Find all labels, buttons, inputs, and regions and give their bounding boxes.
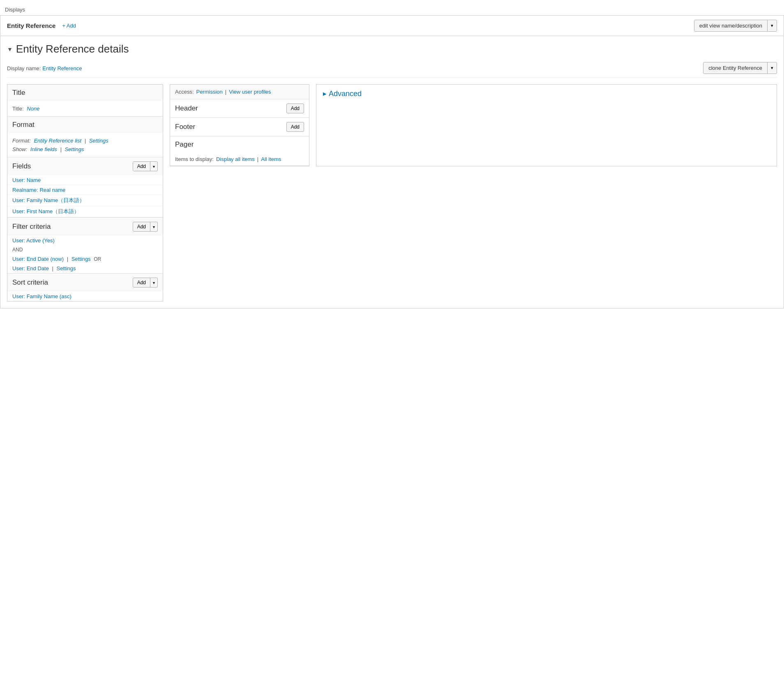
edit-view-name-button[interactable]: edit view name/description [694,20,768,31]
advanced-arrow-icon: ▶ [323,91,326,97]
section-title: Entity Reference details [16,43,129,55]
filter-active[interactable]: User: Active (Yes) [7,236,163,245]
title-section-header: Title [7,85,163,101]
mid-pager-title: Pager [175,140,194,149]
format-separator: | [85,138,86,144]
access-row: Access: Permission | View user profiles [170,85,309,99]
sort-section: Sort criteria Add ▾ User: Family Name (a… [7,274,163,301]
mid-footer-section-header: Footer Add [170,118,309,136]
mid-pager-section-header: Pager [170,136,309,153]
sort-add-dropdown[interactable]: ▾ [150,279,157,287]
view-title: Entity Reference [7,22,55,29]
show-row: Show: Inline fields | Settings [12,145,158,154]
permission-link[interactable]: Permission [196,89,223,95]
filter-add-btn: Add ▾ [133,222,158,232]
left-column: Title Title: None Format [7,84,163,301]
clone-entity-reference-dropdown[interactable]: ▾ [768,63,777,73]
right-column: ▶ Advanced [316,84,777,166]
field-family-name[interactable]: User: Family Name（日本語） [7,195,163,206]
clone-entity-reference-btn: clone Entity Reference ▾ [703,62,777,74]
title-section-title: Title [12,89,25,97]
field-user-name[interactable]: User: Name [7,175,163,185]
sort-family-name-link[interactable]: User: Family Name (asc) [12,293,71,299]
mid-pager-section: Pager Items to display: Display all item… [170,136,309,166]
sort-section-header: Sort criteria Add ▾ [7,274,163,292]
advanced-title: Advanced [329,90,362,98]
filter-or-label: OR [94,256,101,262]
sort-list: User: Family Name (asc) [7,292,163,301]
sort-add-button[interactable]: Add [133,278,150,287]
edit-view-name-btn: edit view name/description ▾ [694,20,777,32]
display-all-items-link[interactable]: Display all items [216,156,255,162]
format-row: Format: Entity Reference list | Settings [12,136,158,145]
section-arrow[interactable]: ▼ [7,46,13,53]
mid-column: Access: Permission | View user profiles … [170,84,309,166]
access-separator: | [225,89,226,95]
clone-entity-reference-button[interactable]: clone Entity Reference [703,62,768,74]
show-settings[interactable]: Settings [65,146,84,152]
pager-separator: | [257,156,258,162]
format-section: Format Format: Entity Reference list | S… [7,117,163,157]
filter-end-date: User: End Date | Settings [7,264,163,273]
mid-footer-title: Footer [175,123,195,131]
filter-end-date-now-link[interactable]: User: End Date (now) [12,256,64,262]
fields-add-dropdown[interactable]: ▾ [150,163,157,170]
filter-active-link[interactable]: User: Active (Yes) [12,237,55,244]
format-settings[interactable]: Settings [89,138,108,144]
format-value[interactable]: Entity Reference list [34,138,81,144]
sort-section-title: Sort criteria [12,278,48,287]
format-section-title: Format [12,121,35,129]
mid-header-section-header: Header Add [170,99,309,117]
fields-section-title: Fields [12,162,31,170]
filter-add-dropdown[interactable]: ▾ [150,223,157,231]
view-user-profiles-link[interactable]: View user profiles [229,89,271,95]
filter-end-date-link[interactable]: User: End Date [12,265,49,271]
title-section-body: Title: None [7,101,163,116]
format-label: Format: [12,138,31,144]
filter-add-button[interactable]: Add [133,222,150,231]
section-heading: ▼ Entity Reference details [7,43,777,55]
title-value[interactable]: None [27,106,39,112]
pager-items-row: Items to display: Display all items | Al… [170,153,309,166]
field-first-name[interactable]: User: First Name（日本語） [7,206,163,217]
filter-end-date-settings[interactable]: Settings [57,265,76,271]
fields-add-button[interactable]: Add [133,162,150,171]
show-value[interactable]: Inline fields [30,146,57,152]
display-name-label: Display name: [7,65,41,71]
mid-header-section: Header Add [170,99,309,118]
fields-list: User: Name Realname: Real name User: Fam… [7,175,163,217]
sort-add-btn: Add ▾ [133,278,158,288]
edit-view-name-dropdown[interactable]: ▾ [768,21,777,31]
breadcrumb: Displays [0,4,784,15]
main-content: ▼ Entity Reference details Display name:… [0,36,784,308]
three-col-layout: Title Title: None Format [7,84,777,301]
footer-add-button[interactable]: Add [286,122,304,132]
sort-family-name: User: Family Name (asc) [7,292,163,301]
format-section-body: Format: Entity Reference list | Settings… [7,133,163,157]
header-add-button[interactable]: Add [286,104,304,113]
fields-add-btn: Add ▾ [133,161,158,171]
filter-end-date-now: User: End Date (now) | Settings OR [7,254,163,264]
display-name-value[interactable]: Entity Reference [42,65,82,71]
title-row: Title: None [12,104,158,113]
display-name-left: Display name: Entity Reference [7,65,82,71]
mid-header-title: Header [175,104,198,113]
items-label: Items to display: [175,156,214,162]
title-section: Title Title: None [7,85,163,117]
access-label: Access: [175,89,194,95]
field-realname[interactable]: Realname: Real name [7,185,163,195]
filter-section: Filter criteria Add ▾ User: Active (Yes)… [7,218,163,274]
title-label: Title: [12,106,24,112]
top-bar-right: edit view name/description ▾ [694,20,777,32]
top-bar-left: Entity Reference + Add [7,22,76,29]
filter-end-date-now-settings[interactable]: Settings [71,256,91,262]
top-bar: Entity Reference + Add edit view name/de… [0,15,784,36]
add-display-link[interactable]: + Add [62,23,76,29]
advanced-header[interactable]: ▶ Advanced [316,85,777,103]
display-name-row: Display name: Entity Reference clone Ent… [7,62,777,78]
fields-section: Fields Add ▾ User: Name Realname: Real n… [7,157,163,218]
format-section-header: Format [7,117,163,133]
all-items-link[interactable]: All items [261,156,281,162]
filter-section-header: Filter criteria Add ▾ [7,218,163,236]
show-label: Show: [12,146,27,152]
